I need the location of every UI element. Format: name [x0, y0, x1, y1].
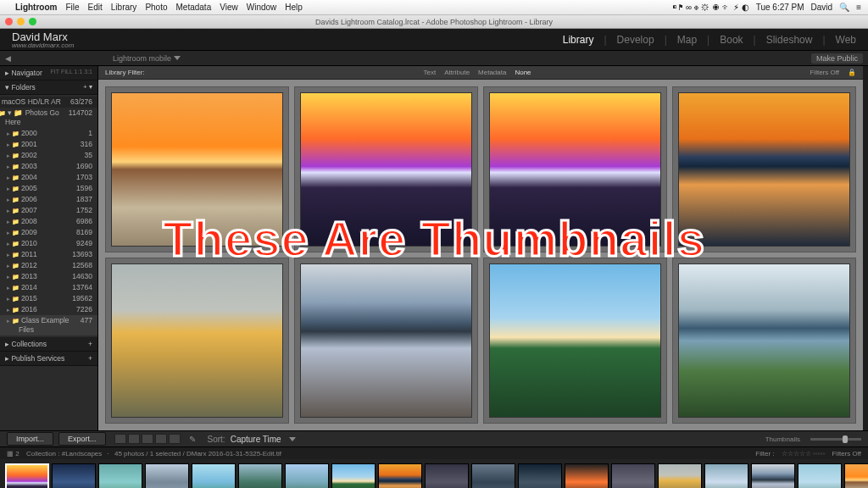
filmstrip-thumb[interactable] [611, 463, 655, 488]
thumbnail[interactable] [489, 263, 661, 418]
filmstrip-thumb[interactable] [844, 463, 868, 488]
module-web[interactable]: Web [836, 34, 856, 46]
export-button[interactable]: Export... [58, 432, 106, 446]
folder-year[interactable]: 201314630 [0, 271, 97, 282]
folder-year[interactable]: 20071752 [0, 205, 97, 216]
module-develop[interactable]: Develop [617, 34, 654, 46]
collections-panel-header[interactable]: ▸ Collections+ [0, 337, 97, 352]
make-public-button[interactable]: Make Public [811, 53, 863, 64]
filmstrip-thumb[interactable] [751, 463, 795, 488]
filters-off-small[interactable]: Filters Off [832, 450, 861, 458]
grid-cell[interactable] [105, 86, 289, 252]
menubar-clock[interactable]: Tue 6:27 PM [756, 3, 804, 12]
grid-view-icon[interactable] [114, 434, 126, 444]
folder-year[interactable]: 200235 [0, 150, 97, 161]
navigator-panel-header[interactable]: ▸ Navigator FIT FILL 1:1 3:1 [0, 66, 97, 80]
publish-panel-header[interactable]: ▸ Publish Services+ [0, 352, 97, 366]
status-icons[interactable]: ◧ ⚑ ∞ ⊕ ⚙ ⦿ ᯤ ⚡︎ ◐ [672, 3, 748, 12]
thumbnail[interactable] [300, 263, 472, 418]
zoom-icon[interactable] [29, 18, 36, 25]
filmstrip-thumb[interactable] [798, 463, 842, 488]
module-map[interactable]: Map [677, 34, 697, 46]
thumbnail[interactable] [489, 92, 661, 247]
grid-cell[interactable] [105, 258, 289, 424]
filmstrip-thumb[interactable] [704, 463, 748, 488]
folder-year[interactable]: 2001316 [0, 139, 97, 150]
filter-metadata[interactable]: Metadata [478, 69, 506, 76]
filters-off[interactable]: Filters Off [810, 69, 839, 76]
traffic-lights[interactable] [5, 18, 36, 25]
folder-year[interactable]: 20051596 [0, 183, 97, 194]
grid-cell[interactable] [483, 258, 667, 424]
chevron-down-icon[interactable] [289, 437, 296, 441]
module-book[interactable]: Book [720, 34, 743, 46]
secondary-window-icon[interactable]: ▦ 2 [7, 450, 19, 458]
filmstrip-thumb[interactable] [5, 463, 49, 488]
thumbnail[interactable] [300, 92, 472, 247]
thumbnail[interactable] [111, 263, 283, 418]
module-library[interactable]: Library [563, 34, 594, 46]
spotlight-icon[interactable]: 🔍 [839, 3, 849, 12]
folder-year[interactable]: 20041703 [0, 172, 97, 183]
folder-root[interactable]: macOS HD/LR AR63/276 [0, 97, 97, 108]
filmstrip-thumb[interactable] [471, 463, 515, 488]
grid-cell[interactable] [672, 258, 856, 424]
folder-year[interactable]: Class Example Files477 [0, 315, 97, 336]
right-panel-collapsed[interactable] [863, 66, 868, 430]
folder-year[interactable]: 201212568 [0, 260, 97, 271]
filmstrip-thumb[interactable] [378, 463, 422, 488]
filmstrip-thumb[interactable] [285, 463, 329, 488]
menubar-user[interactable]: David [811, 3, 833, 12]
menu-metadata[interactable]: Metadata [176, 3, 212, 12]
menu-photo[interactable]: Photo [145, 3, 167, 12]
folders-panel-header[interactable]: ▾ Folders + ▾ [0, 80, 97, 95]
menu-help[interactable]: Help [285, 3, 303, 12]
filter-text[interactable]: Text [424, 69, 437, 76]
folder-year[interactable]: 20167226 [0, 304, 97, 315]
thumbnail-grid[interactable] [98, 80, 863, 430]
menu-window[interactable]: Window [247, 3, 277, 12]
lightroom-mobile-link[interactable]: Lightroom mobile [113, 54, 171, 63]
panel-toggle-icon[interactable]: ◀ [5, 54, 11, 63]
folder-parent[interactable]: ▾ 📁 Photos Go Here114702 [0, 108, 97, 128]
people-view-icon[interactable] [169, 434, 181, 444]
module-slideshow[interactable]: Slideshow [766, 34, 813, 46]
thumbnail-size-slider[interactable] [810, 438, 861, 441]
filmstrip-thumb[interactable] [238, 463, 282, 488]
menu-edit[interactable]: Edit [88, 3, 103, 12]
folder-year[interactable]: 201519562 [0, 293, 97, 304]
compare-view-icon[interactable] [142, 434, 153, 444]
folder-year[interactable]: 20109249 [0, 238, 97, 249]
filmstrip-thumb[interactable] [425, 463, 469, 488]
menu-view[interactable]: View [220, 3, 238, 12]
menu-file[interactable]: File [65, 3, 79, 12]
close-icon[interactable] [5, 18, 13, 25]
folder-year[interactable]: 201113693 [0, 249, 97, 260]
folder-year[interactable]: 20001 [0, 128, 97, 139]
grid-cell[interactable] [672, 86, 856, 252]
chevron-down-icon[interactable] [174, 56, 181, 60]
filmstrip-thumb[interactable] [192, 463, 236, 488]
menu-library[interactable]: Library [111, 3, 137, 12]
filmstrip[interactable] [0, 459, 868, 488]
grid-cell[interactable] [483, 86, 667, 252]
filmstrip-thumb[interactable] [52, 463, 96, 488]
sort-value[interactable]: Capture Time [231, 435, 281, 444]
folder-year[interactable]: 201413764 [0, 282, 97, 293]
breadcrumb-collection[interactable]: Collection : #Landscapes [26, 450, 102, 458]
filmstrip-thumb[interactable] [145, 463, 189, 488]
filmstrip-thumb[interactable] [565, 463, 609, 488]
painter-icon[interactable]: ✎ [189, 435, 196, 444]
filmstrip-thumb[interactable] [658, 463, 702, 488]
filmstrip-thumb[interactable] [98, 463, 142, 488]
folder-year[interactable]: 20098169 [0, 227, 97, 238]
filter-attribute[interactable]: Attribute [444, 69, 470, 76]
folder-year[interactable]: 20061837 [0, 194, 97, 205]
thumbnail[interactable] [678, 263, 850, 418]
grid-cell[interactable] [294, 86, 478, 252]
app-menu[interactable]: Lightroom [15, 3, 57, 12]
survey-view-icon[interactable] [155, 434, 167, 444]
grid-cell[interactable] [294, 258, 478, 424]
filmstrip-thumb[interactable] [331, 463, 376, 488]
minimize-icon[interactable] [17, 18, 25, 25]
